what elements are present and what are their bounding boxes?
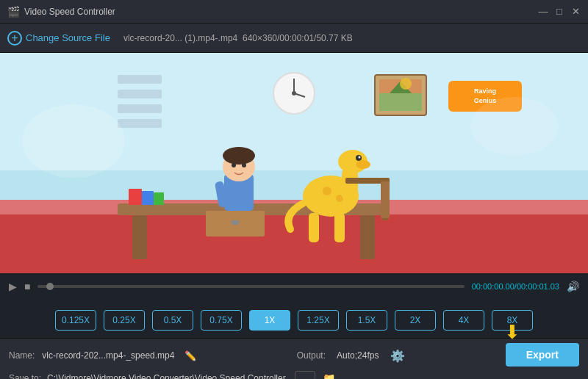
svg-rect-42 — [309, 213, 319, 242]
output-value: Auto;24fps — [337, 350, 379, 361]
output-label: Output: — [297, 350, 326, 361]
title-bar-controls: — □ ✕ — [538, 7, 581, 17]
speed-controls: 0.125X0.25X0.5X0.75X1X1.25X1.5X2X4X8X — [0, 300, 588, 338]
time-display: 00:00:00.00/00:00:01.03 — [472, 282, 559, 291]
speed-button-1X[interactable]: 1X — [249, 310, 290, 331]
svg-point-32 — [242, 163, 246, 167]
change-source-button[interactable]: + Change Source File — [7, 31, 110, 46]
app-icon: 🎬 — [7, 6, 20, 18]
svg-rect-43 — [334, 213, 345, 242]
svg-rect-6 — [118, 104, 162, 113]
svg-point-41 — [356, 160, 370, 169]
maximize-button[interactable]: □ — [554, 7, 564, 17]
svg-text:Raving: Raving — [474, 87, 496, 95]
title-bar: 🎬 Video Speed Controller — □ ✕ — [0, 0, 588, 24]
svg-rect-46 — [381, 181, 390, 218]
save-path: C:\Vidmore\Vidmore Video Converter\Video… — [47, 373, 286, 379]
svg-rect-3 — [0, 214, 588, 273]
svg-rect-25 — [154, 192, 164, 205]
svg-rect-5 — [118, 90, 162, 98]
settings-icon[interactable]: ⚙️ — [390, 349, 405, 363]
svg-point-40 — [359, 156, 361, 159]
progress-handle[interactable] — [46, 283, 54, 290]
bottom-row1: Name: vlc-record-202...mp4-_speed.mp4 ✏️… — [9, 344, 579, 367]
progress-bar[interactable] — [37, 285, 464, 288]
name-label: Name: — [9, 350, 35, 361]
minimize-button[interactable]: — — [538, 7, 548, 17]
folder-icon[interactable]: 📁 — [323, 372, 335, 379]
title-text: Video Speed Controller — [24, 7, 115, 17]
svg-point-16 — [400, 78, 412, 90]
file-info: vlc-record-20... (1).mp4-.mp4 640×360/00… — [123, 33, 353, 43]
add-icon: + — [7, 31, 22, 46]
close-button[interactable]: ✕ — [570, 7, 581, 17]
svg-rect-4 — [118, 75, 162, 84]
svg-point-35 — [323, 187, 331, 195]
export-arrow-icon: ⬇ — [504, 321, 520, 339]
speed-button-4X[interactable]: 4X — [443, 310, 484, 331]
svg-point-31 — [232, 163, 236, 167]
browse-button[interactable]: ... — [295, 371, 315, 379]
speed-button-2X[interactable]: 2X — [395, 310, 436, 331]
stop-button[interactable]: ■ — [24, 281, 30, 292]
save-to-label: Save to: — [9, 373, 41, 379]
svg-rect-7 — [118, 119, 162, 128]
volume-icon[interactable]: 🔊 — [567, 281, 579, 292]
change-source-label: Change Source File — [26, 32, 110, 43]
svg-point-47 — [22, 104, 125, 178]
title-bar-left: 🎬 Video Speed Controller — [7, 6, 115, 18]
speed-button-0125X[interactable]: 0.125X — [55, 310, 96, 331]
svg-point-30 — [223, 147, 255, 165]
bottom-row2: Save to: C:\Vidmore\Vidmore Video Conver… — [9, 371, 579, 379]
svg-rect-14 — [379, 93, 422, 111]
output-filename: vlc-record-202...mp4-_speed.mp4 — [42, 350, 174, 361]
play-button[interactable]: ▶ — [9, 281, 17, 292]
controls-bar: ▶ ■ 00:00:00.00/00:00:01.03 🔊 — [0, 273, 588, 300]
export-button[interactable]: Export — [506, 343, 579, 367]
export-area: ⬇ Export — [506, 344, 579, 367]
speed-button-075X[interactable]: 0.75X — [201, 310, 242, 331]
svg-rect-22 — [360, 215, 375, 259]
edit-icon[interactable]: ✏️ — [184, 350, 196, 361]
video-player[interactable]: Raving Genius — [0, 53, 588, 273]
svg-rect-24 — [142, 191, 154, 205]
speed-button-05X[interactable]: 0.5X — [152, 310, 193, 331]
svg-rect-23 — [129, 189, 142, 205]
speed-button-125X[interactable]: 1.25X — [298, 310, 339, 331]
svg-rect-27 — [232, 220, 239, 225]
video-scene: Raving Genius — [0, 53, 588, 273]
bottom-bar: Name: vlc-record-202...mp4-_speed.mp4 ✏️… — [0, 338, 588, 379]
speed-button-15X[interactable]: 1.5X — [346, 310, 387, 331]
speed-button-025X[interactable]: 0.25X — [104, 310, 145, 331]
toolbar: + Change Source File vlc-record-20... (1… — [0, 24, 588, 53]
svg-rect-21 — [132, 215, 147, 259]
svg-point-48 — [470, 97, 559, 156]
